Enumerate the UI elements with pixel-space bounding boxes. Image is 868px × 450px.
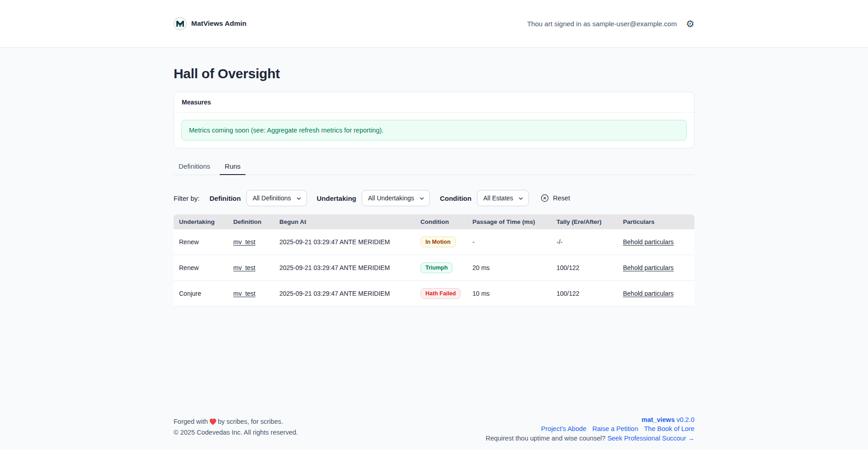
definition-link[interactable]: mv_test — [233, 238, 255, 246]
reset-filters-button[interactable]: Reset — [541, 194, 570, 202]
signed-in-text: Thou art signed in as sample-user@exampl… — [527, 20, 677, 28]
col-passage-of-time: Passage of Time (ms) — [467, 214, 551, 229]
made-with-prefix: Forged with — [174, 418, 208, 425]
heart-icon — [209, 418, 217, 428]
cell-definition: mv_test — [228, 229, 274, 255]
col-undertaking: Undertaking — [174, 214, 228, 229]
footer-version: v0.2.0 — [677, 416, 695, 423]
definition-filter-label: Definition — [210, 194, 241, 202]
cell-definition: mv_test — [228, 281, 274, 307]
condition-status-badge: In Motion — [420, 237, 456, 247]
definition-filter-select[interactable]: All Definitions — [246, 190, 307, 206]
support-line: Requirest thou uptime and wise counsel? … — [486, 434, 694, 443]
cell-condition: Triumph — [415, 255, 467, 281]
undertaking-filter-value: All Undertakings — [368, 194, 414, 202]
made-with-suffix: by scribes, for scribes. — [218, 418, 283, 425]
chevron-down-icon — [518, 196, 524, 201]
cell-begun-at: 2025-09-21 03:29:47 ANTE MERIDIEM — [274, 229, 415, 255]
cell-condition: In Motion — [415, 229, 467, 255]
cell-duration: 20 ms — [467, 255, 551, 281]
col-tally: Tally (Ere/After) — [551, 214, 618, 229]
cell-particulars: Behold particulars — [618, 229, 694, 255]
tab-runs[interactable]: Runs — [220, 158, 245, 175]
page-title: Hall of Oversight — [174, 66, 694, 82]
table-row: Renew mv_test 2025-09-21 03:29:47 ANTE M… — [174, 229, 694, 255]
metrics-coming-soon-alert: Metrics coming soon (see: Aggregate refr… — [181, 120, 687, 141]
filter-bar: Filter by: Definition All Definitions Un… — [174, 190, 694, 206]
cell-tally: 100/122 — [551, 281, 618, 307]
behold-particulars-link[interactable]: Behold particulars — [623, 290, 674, 297]
raise-petition-link[interactable]: Raise a Petition — [592, 425, 638, 432]
cell-duration: 10 ms — [467, 281, 551, 307]
made-with-line: Forged withby scribes, for scribes. — [174, 417, 298, 428]
cell-undertaking: Conjure — [174, 281, 228, 307]
undertaking-filter-label: Undertaking — [317, 194, 357, 202]
settings-gear-icon[interactable]: ⚙ — [686, 19, 694, 28]
circle-x-icon — [541, 194, 549, 202]
footer-links: Project's Abode Raise a Petition The Boo… — [486, 424, 694, 434]
measures-card-title: Measures — [174, 92, 694, 113]
reset-label: Reset — [553, 194, 570, 202]
cell-tally: 100/122 — [551, 255, 618, 281]
cell-condition: Hath Failed — [415, 281, 467, 307]
version-line: mat_views v0.2.0 — [486, 415, 694, 425]
copyright-line: © 2025 Codevedas Inc. All rights reserve… — [174, 428, 298, 437]
runs-table-wrap: Undertaking Definition Begun At Conditio… — [174, 214, 694, 307]
matviews-logo-icon — [174, 17, 187, 30]
condition-status-badge: Triumph — [420, 262, 453, 273]
tab-definitions[interactable]: Definitions — [174, 158, 215, 175]
table-row: Conjure mv_test 2025-09-21 03:29:47 ANTE… — [174, 281, 694, 307]
cell-tally: -/- — [551, 229, 618, 255]
app-header: MatViews Admin Thou art signed in as sam… — [0, 0, 868, 47]
cell-definition: mv_test — [228, 255, 274, 281]
brand: MatViews Admin — [174, 17, 246, 30]
support-prefix: Requirest thou uptime and wise counsel? — [486, 435, 607, 442]
condition-filter-label: Condition — [440, 194, 472, 202]
cell-undertaking: Renew — [174, 229, 228, 255]
col-condition: Condition — [415, 214, 467, 229]
col-particulars: Particulars — [618, 214, 694, 229]
behold-particulars-link[interactable]: Behold particulars — [623, 264, 674, 271]
cell-begun-at: 2025-09-21 03:29:47 ANTE MERIDIEM — [274, 281, 415, 307]
tabs: Definitions Runs — [174, 158, 694, 175]
filter-by-label: Filter by: — [174, 194, 200, 202]
cell-duration: - — [467, 229, 551, 255]
definition-link[interactable]: mv_test — [233, 290, 255, 297]
cell-particulars: Behold particulars — [618, 281, 694, 307]
book-of-lore-link[interactable]: The Book of Lore — [644, 425, 694, 432]
definition-link[interactable]: mv_test — [233, 264, 255, 271]
footer-brand: mat_views — [642, 416, 675, 423]
condition-filter-select[interactable]: All Estates — [477, 190, 529, 206]
col-definition: Definition — [228, 214, 274, 229]
condition-status-badge: Hath Failed — [420, 288, 461, 299]
definition-filter-value: All Definitions — [253, 194, 291, 202]
table-header-row: Undertaking Definition Begun At Conditio… — [174, 214, 694, 229]
undertaking-filter-select[interactable]: All Undertakings — [362, 190, 430, 206]
cell-particulars: Behold particulars — [618, 255, 694, 281]
page-footer: Forged withby scribes, for scribes. © 20… — [0, 415, 868, 450]
footer-left: Forged withby scribes, for scribes. © 20… — [174, 417, 298, 437]
app-title: MatViews Admin — [191, 19, 246, 28]
professional-support-link[interactable]: Seek Professional Succour → — [607, 435, 694, 442]
condition-filter-value: All Estates — [483, 194, 513, 202]
chevron-down-icon — [296, 196, 302, 201]
behold-particulars-link[interactable]: Behold particulars — [623, 238, 674, 246]
runs-table: Undertaking Definition Begun At Conditio… — [174, 214, 694, 307]
footer-right: mat_views v0.2.0 Project's Abode Raise a… — [486, 415, 694, 443]
cell-begun-at: 2025-09-21 03:29:47 ANTE MERIDIEM — [274, 255, 415, 281]
table-row: Renew mv_test 2025-09-21 03:29:47 ANTE M… — [174, 255, 694, 281]
col-begun-at: Begun At — [274, 214, 415, 229]
cell-undertaking: Renew — [174, 255, 228, 281]
project-home-link[interactable]: Project's Abode — [541, 425, 586, 432]
measures-card: Measures Metrics coming soon (see: Aggre… — [174, 92, 694, 148]
runs-table-body: Renew mv_test 2025-09-21 03:29:47 ANTE M… — [174, 229, 694, 307]
chevron-down-icon — [419, 196, 425, 201]
